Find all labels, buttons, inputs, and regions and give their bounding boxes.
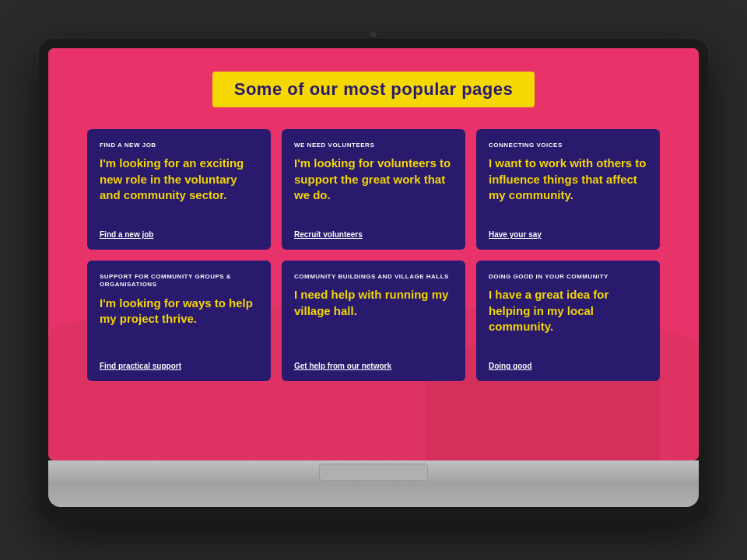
card-link-find-new-job[interactable]: Find a new job: [100, 230, 258, 239]
card-category-doing-good: DOING GOOD IN YOUR COMMUNITY: [489, 273, 647, 281]
card-link-doing-good[interactable]: Doing good: [489, 362, 647, 370]
card-category-support-community-groups: SUPPORT FOR COMMUNITY GROUPS & ORGANISAT…: [100, 273, 258, 289]
card-category-connecting-voices: CONNECTING VOICES: [489, 142, 647, 149]
cards-grid: FIND A NEW JOB I'm looking for an exciti…: [87, 129, 660, 381]
page-title-badge: Some of our most popular pages: [212, 72, 535, 107]
card-link-connecting-voices[interactable]: Have your say: [489, 230, 647, 239]
laptop-trackpad: [319, 464, 428, 481]
card-heading-community-buildings: I need help with running my village hall…: [294, 287, 453, 319]
card-category-we-need-volunteers: WE NEED VOLUNTEERS: [294, 142, 453, 149]
screen-content: Some of our most popular pages FIND A NE…: [48, 48, 699, 397]
card-category-find-new-job: FIND A NEW JOB: [100, 142, 258, 149]
card-doing-good[interactable]: DOING GOOD IN YOUR COMMUNITY I have a gr…: [476, 261, 660, 381]
laptop-base: [48, 460, 699, 507]
card-link-support-community-groups[interactable]: Find practical support: [100, 362, 258, 370]
card-heading-find-new-job: I'm looking for an exciting new role in …: [100, 156, 258, 203]
page-title-wrapper: Some of our most popular pages: [87, 72, 660, 107]
webcam: [370, 31, 377, 37]
card-find-new-job[interactable]: FIND A NEW JOB I'm looking for an exciti…: [87, 129, 271, 250]
card-heading-support-community-groups: I'm looking for ways to help my project …: [100, 296, 258, 327]
card-heading-doing-good: I have a great idea for helping in my lo…: [489, 287, 647, 334]
card-heading-we-need-volunteers: I'm looking for volunteers to support th…: [294, 156, 453, 203]
card-category-community-buildings: COMMUNITY BUILDINGS AND VILLAGE HALLS: [294, 273, 453, 281]
page-title: Some of our most popular pages: [234, 79, 513, 99]
card-community-buildings[interactable]: COMMUNITY BUILDINGS AND VILLAGE HALLS I …: [282, 261, 465, 381]
card-link-we-need-volunteers[interactable]: Recruit volunteers: [294, 230, 453, 239]
card-support-community-groups[interactable]: SUPPORT FOR COMMUNITY GROUPS & ORGANISAT…: [87, 261, 271, 381]
card-heading-connecting-voices: I want to work with others to influence …: [489, 156, 647, 203]
card-connecting-voices[interactable]: CONNECTING VOICES I want to work with ot…: [476, 129, 660, 250]
card-link-community-buildings[interactable]: Get help from our network: [294, 362, 453, 370]
card-we-need-volunteers[interactable]: WE NEED VOLUNTEERS I'm looking for volun…: [282, 129, 465, 250]
laptop-screen: Some of our most popular pages FIND A NE…: [48, 48, 699, 460]
laptop-frame: Some of our most popular pages FIND A NE…: [39, 39, 708, 521]
